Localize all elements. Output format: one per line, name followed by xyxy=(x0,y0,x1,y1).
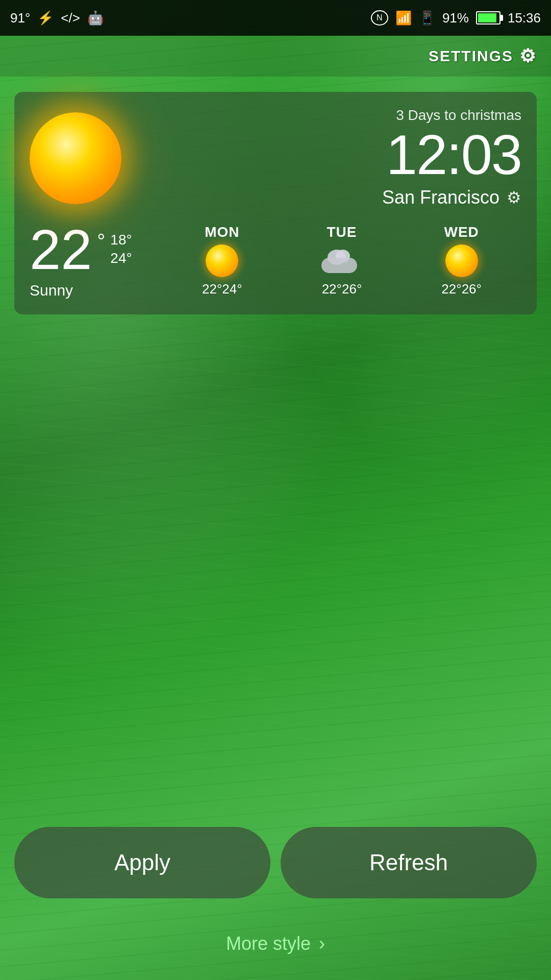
forecast-days: MON 22°24° TUE 22°26° xyxy=(162,224,521,297)
day-icon-wed xyxy=(441,246,482,276)
gear-icon: ⚙ xyxy=(519,45,537,67)
settings-button[interactable]: SETTINGS ⚙ xyxy=(429,45,537,67)
day-icon-tue xyxy=(321,246,362,276)
day-temps-mon: 22°24° xyxy=(202,281,242,297)
forecast-day-tue: TUE 22°26° xyxy=(321,224,362,297)
bottom-buttons: Apply Refresh xyxy=(0,827,551,898)
day-temps-wed: 22°26° xyxy=(441,281,482,297)
day-name-wed: WED xyxy=(444,224,479,240)
mini-sun-wed xyxy=(445,244,478,277)
day-icon-mon xyxy=(202,246,242,276)
sun-weather-icon xyxy=(30,107,132,209)
current-weather: 22 ° 18° 24° Sunny xyxy=(30,222,162,299)
settings-bar: SETTINGS ⚙ xyxy=(0,36,551,77)
battery-icon-container xyxy=(476,11,500,24)
temperature-status: 91° xyxy=(10,10,30,26)
widget-right: 3 Days to christmas 12:03 San Francisco … xyxy=(132,107,521,208)
forecast-day-mon: MON 22°24° xyxy=(202,224,242,297)
current-temperature: 22 xyxy=(30,222,92,278)
cloud-icon-tue xyxy=(321,249,362,273)
hi-lo-temps: 18° 24° xyxy=(110,232,132,266)
weather-condition: Sunny xyxy=(30,282,162,299)
battery-icon xyxy=(476,11,500,24)
weather-widget: 3 Days to christmas 12:03 San Francisco … xyxy=(14,92,537,314)
status-right-icons: N 📶 📱 91% 15:36 xyxy=(371,10,541,26)
apply-button[interactable]: Apply xyxy=(14,827,270,898)
android-icon: 🤖 xyxy=(87,10,104,26)
day-temps-tue: 22°26° xyxy=(322,281,362,297)
location-settings-icon[interactable]: ⚙ xyxy=(507,188,521,207)
temp-row: 22 ° 18° 24° xyxy=(30,222,162,278)
hi-temp: 18° xyxy=(110,232,132,248)
sim-icon: 📱 xyxy=(419,10,435,26)
location-row: San Francisco ⚙ xyxy=(142,187,521,208)
lo-temp: 24° xyxy=(110,250,132,266)
status-left-icons: 91° ⚡ </> 🤖 xyxy=(10,10,104,26)
settings-label: SETTINGS xyxy=(429,47,513,65)
widget-top: 3 Days to christmas 12:03 San Francisco … xyxy=(30,107,521,209)
cloud-body xyxy=(321,258,357,273)
widget-time: 12:03 xyxy=(142,127,521,183)
code-icon: </> xyxy=(61,10,80,26)
nfc-icon: N xyxy=(371,10,388,26)
clock-status: 15:36 xyxy=(508,10,541,26)
degree-symbol: ° xyxy=(97,230,105,253)
weather-bottom: 22 ° 18° 24° Sunny MON 22°24° TUE xyxy=(30,222,521,299)
usb-icon: ⚡ xyxy=(37,10,54,26)
days-to-christmas: 3 Days to christmas xyxy=(142,107,521,124)
mini-sun-mon xyxy=(206,244,238,277)
day-name-mon: MON xyxy=(205,224,239,240)
day-name-tue: TUE xyxy=(327,224,357,240)
battery-fill xyxy=(478,13,496,22)
battery-percent: 91% xyxy=(442,10,469,26)
chevron-right-icon: › xyxy=(319,933,325,954)
wifi-icon: 📶 xyxy=(395,10,412,26)
more-style-row[interactable]: More style › xyxy=(0,933,551,954)
more-style-label: More style xyxy=(226,933,311,954)
sun-circle xyxy=(30,112,121,204)
status-bar: 91° ⚡ </> 🤖 N 📶 📱 91% 15:36 xyxy=(0,0,551,36)
refresh-button[interactable]: Refresh xyxy=(281,827,537,898)
city-name: San Francisco xyxy=(382,187,499,208)
forecast-day-wed: WED 22°26° xyxy=(441,224,482,297)
